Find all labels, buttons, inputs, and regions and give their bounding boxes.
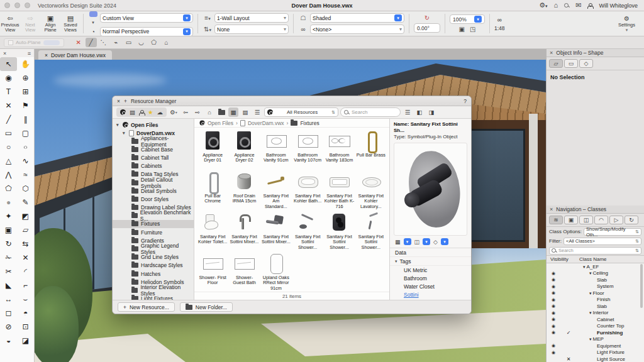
- tree-folder-item[interactable]: Cabinet Tall: [113, 153, 194, 162]
- tool-button[interactable]: ∥: [17, 112, 34, 126]
- class-name[interactable]: System: [577, 283, 644, 289]
- chevron-down-icon[interactable]: ▾: [404, 238, 411, 245]
- tag-item[interactable]: Sottini: [390, 290, 471, 299]
- tags-section-header[interactable]: ▾Tags: [390, 257, 471, 266]
- tool-button[interactable]: ▱: [17, 223, 34, 237]
- tab-close-icon[interactable]: ×: [45, 52, 48, 58]
- new-folder-button[interactable]: New Folder...: [180, 302, 233, 312]
- class-name-column-header[interactable]: Class Name: [579, 256, 607, 262]
- class-filter-dropdown[interactable]: <All Classes>⇅: [564, 238, 641, 245]
- tool-button[interactable]: ╱: [0, 112, 17, 126]
- mode-icon[interactable]: ▭: [123, 38, 135, 47]
- tool-button[interactable]: ⊞: [17, 85, 34, 99]
- visibility-eye-icon[interactable]: [547, 284, 560, 289]
- panel-close-icon[interactable]: ×: [550, 50, 553, 56]
- tool-button[interactable]: ⊡: [17, 320, 34, 334]
- glasses-icon[interactable]: ∞: [298, 26, 308, 33]
- mode-icon[interactable]: ◡: [136, 38, 147, 47]
- tab-saved-views[interactable]: ▷: [609, 216, 623, 224]
- toggle-left-panel-icon[interactable]: ◧: [414, 107, 425, 117]
- tree-folder-item[interactable]: Appliances-Equipment: [113, 137, 194, 145]
- class-row[interactable]: Ceiling: [547, 270, 644, 277]
- fit-page-icon[interactable]: ◳: [470, 26, 475, 33]
- render-mode-dropdown[interactable]: Shaded▾: [310, 13, 404, 23]
- class-row[interactable]: Interior: [547, 310, 644, 317]
- rotation-field[interactable]: 0.00°: [414, 23, 440, 33]
- resource-item[interactable]: Appliance Dryer 02: [228, 130, 260, 171]
- resource-filter-dropdown[interactable]: All Resources ⇅: [264, 107, 338, 117]
- view-mode-icon[interactable]: ▾: [88, 11, 98, 25]
- resource-item[interactable]: Sanitary Fixt Am Standard...: [260, 171, 292, 212]
- class-row[interactable]: System: [547, 283, 644, 290]
- breadcrumb-folder[interactable]: Fixtures: [300, 120, 319, 126]
- chevron-down-icon[interactable]: ▾: [423, 238, 430, 245]
- tool-button[interactable]: ✂: [0, 265, 17, 278]
- resource-item[interactable]: Sanitary Fixt Sottini Shower...: [292, 212, 323, 253]
- resource-item[interactable]: Sanitary Fixt Kohler Lavatory...: [355, 171, 387, 212]
- tool-button[interactable]: ✎: [17, 195, 34, 209]
- class-row[interactable]: Equipment: [547, 343, 644, 349]
- data-section-header[interactable]: Data: [390, 248, 471, 257]
- breadcrumb-open-files[interactable]: Open Files: [208, 120, 233, 126]
- class-name[interactable]: Slab: [577, 304, 644, 309]
- mode-icon[interactable]: ╱: [86, 38, 97, 47]
- layers-icon[interactable]: ≡▾: [203, 14, 213, 21]
- tree-folder-item[interactable]: Graphic Legend Styles: [113, 244, 194, 253]
- tool-button[interactable]: ✋: [17, 57, 34, 71]
- class-name[interactable]: Interior: [577, 310, 644, 315]
- resource-item[interactable]: Bathroom Vanity 183cm: [323, 130, 355, 171]
- none-dropdown[interactable]: None▾: [214, 25, 289, 34]
- resource-item[interactable]: Upland Oaks RRect Mirror 91cm: [260, 253, 292, 292]
- active-file-icon[interactable]: [120, 109, 126, 115]
- class-row[interactable]: Furnishing: [547, 329, 644, 336]
- mode-icon[interactable]: ⬠: [148, 38, 160, 47]
- visibility-eye-icon[interactable]: [547, 350, 560, 355]
- class-search-input[interactable]: Search⇅: [549, 247, 641, 255]
- tool-button[interactable]: T: [0, 85, 17, 99]
- auto-plane-toggle[interactable]: Auto-Plane: [4, 38, 64, 47]
- resource-item[interactable]: Appliance Dryer 01: [197, 130, 228, 171]
- chevron-down-icon[interactable]: ▾: [183, 28, 191, 35]
- panel-close-icon[interactable]: ×: [550, 206, 553, 212]
- list-view-icon[interactable]: ▤: [240, 107, 250, 117]
- class-options-dropdown[interactable]: Show/Snap/Modify Oth...⇅: [584, 228, 641, 236]
- tree-folder-item[interactable]: Furniture: [113, 228, 194, 236]
- home-icon[interactable]: ⌂: [554, 2, 558, 9]
- resource-manager-titlebar[interactable]: × + Resource Manager ?: [113, 96, 471, 106]
- tool-button[interactable]: ◻: [0, 306, 17, 320]
- nav-button[interactable]: ⇦ Previous View: [0, 11, 20, 36]
- preview-stack-icon[interactable]: ☰: [402, 107, 413, 117]
- rm-add-icon[interactable]: +: [124, 98, 127, 104]
- tab-references[interactable]: ↻: [625, 216, 638, 224]
- tool-button[interactable]: ⋀: [0, 168, 17, 182]
- resource-item[interactable]: Sanitary Fixt Kohler Bath...: [292, 171, 323, 212]
- tool-button[interactable]: ≈: [17, 168, 34, 182]
- chevron-down-icon[interactable]: ▾: [441, 238, 448, 245]
- scale-value[interactable]: 1:48: [494, 25, 505, 31]
- back-icon[interactable]: ⇦: [180, 107, 191, 117]
- class-name[interactable]: Finish: [577, 297, 644, 302]
- resource-item[interactable]: Roof Drain IRMA 15cm: [228, 171, 260, 212]
- tool-button[interactable]: ◣: [0, 278, 17, 292]
- move-icon[interactable]: ⇅▾: [203, 26, 213, 33]
- class-row[interactable]: A_EF: [547, 263, 644, 270]
- class-row[interactable]: Light Source: [547, 356, 644, 362]
- visibility-column-header[interactable]: Visibility: [547, 256, 579, 262]
- cloud-icon[interactable]: ☁: [157, 109, 164, 116]
- tool-button[interactable]: ◜: [17, 265, 34, 278]
- chevron-down-icon[interactable]: ▾: [183, 14, 191, 21]
- nav-button[interactable]: ⇨ Next View: [20, 11, 40, 36]
- projection-icon[interactable]: ◔: [88, 28, 98, 35]
- tool-button[interactable]: ◒: [0, 334, 17, 348]
- object-info-titlebar[interactable]: × Object Info – Shape: [547, 49, 644, 57]
- forward-icon[interactable]: ⇨: [192, 107, 203, 117]
- class-row[interactable]: Slab: [547, 303, 644, 310]
- palette-close-icon[interactable]: ×: [3, 50, 6, 57]
- tool-button[interactable]: ✕: [17, 251, 34, 265]
- mode-icon[interactable]: ✕: [73, 38, 84, 47]
- nav-button[interactable]: ▤ Saved Views: [60, 11, 80, 36]
- detail-view-icon[interactable]: ☰: [252, 107, 262, 117]
- auto-plane-checkbox[interactable]: [8, 40, 13, 45]
- class-name[interactable]: Cabinet: [577, 317, 644, 322]
- resource-item[interactable]: Shower- First Floor: [197, 253, 228, 292]
